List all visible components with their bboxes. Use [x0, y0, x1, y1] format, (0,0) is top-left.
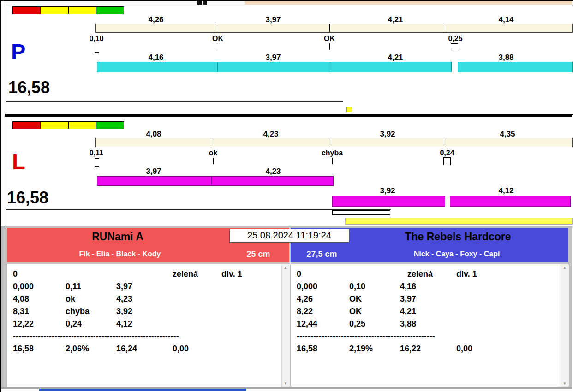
result-row: 4,26OK3,97 [297, 293, 560, 305]
team-left-name: RUNami A [18, 231, 217, 243]
gate-marker-box [95, 44, 99, 53]
start-lights-p [12, 6, 124, 14]
result-cell [456, 330, 508, 343]
result-cell: 3,88 [400, 318, 456, 330]
result-cell: 0,00 [173, 343, 224, 355]
light-red-icon [12, 6, 41, 14]
result-cell: 4,16 [400, 280, 456, 293]
result-row: ----------------------------------------… [13, 330, 281, 343]
result-row: 16,582,06%16,240,00 [13, 343, 281, 355]
result-cell: 16,58 [297, 343, 349, 355]
flyball-timer-window: 4,26 3,97 4,21 4,14 0,10 OK OK 0,25 4,16… [0, 0, 573, 392]
lane-p-total: 16,58 [8, 79, 50, 96]
result-row: 0,0000,113,97 [13, 280, 281, 293]
result-cell: div. 1 [456, 268, 477, 280]
run-split-label: 3,88 [451, 53, 561, 62]
timing-bar-segment [211, 176, 334, 186]
result-cell: 4,26 [297, 293, 349, 305]
total-underline [6, 101, 343, 102]
crossing-mark-label: 0,10 [83, 35, 110, 43]
crossing-mark-label: OK [204, 35, 232, 43]
result-cell: 0,25 [349, 318, 400, 330]
timing-bar-segment [217, 62, 331, 72]
result-cell: 3,97 [116, 280, 173, 293]
progress-outline-box [332, 210, 390, 215]
result-cell [173, 330, 224, 343]
reference-split-label: 4,14 [451, 15, 561, 24]
window-top-fragment-peach [245, 1, 572, 5]
result-cell: ok [66, 293, 116, 305]
result-cell: OK [349, 305, 400, 318]
result-row: 4,08ok4,23 [13, 293, 281, 305]
light-yellow-icon [68, 6, 96, 14]
crossing-mark-label: OK [316, 35, 343, 43]
result-cell [116, 268, 173, 280]
window-top-fragment [197, 1, 202, 5]
result-cell: 0,24 [66, 318, 116, 330]
bar-divider-line [444, 138, 444, 146]
scroll-up-icon[interactable]: ▲ [282, 266, 289, 270]
result-cell: 0,11 [66, 280, 116, 293]
results-right-scrollbar[interactable]: ▲ ▼ [561, 264, 569, 387]
timing-bar-segment [458, 62, 573, 72]
result-cell: 0,10 [349, 280, 400, 293]
result-cell: zelená [407, 268, 456, 280]
run-split-label: 3,92 [328, 186, 448, 196]
result-cell [116, 330, 173, 343]
result-cell: 0,00 [456, 343, 508, 355]
reference-split-label: 4,35 [444, 130, 571, 139]
results-left-scrollbar[interactable]: ▲ ▼ [281, 264, 290, 387]
result-row: 12,220,244,12 [13, 318, 281, 330]
result-cell [173, 280, 224, 293]
light-yellow-icon [68, 121, 96, 129]
result-cell: zelená [173, 268, 221, 280]
team-left-dogs: Fík - Elia - Black - Kody [18, 250, 221, 258]
tick-mark [213, 158, 214, 164]
result-row: 12,440,253,88 [297, 318, 560, 330]
timing-bar-segment [450, 196, 571, 207]
timing-bar-segment [330, 62, 452, 72]
scroll-up-icon[interactable]: ▲ [561, 266, 568, 270]
result-cell [173, 318, 224, 330]
result-cell: 2,06% [66, 343, 116, 355]
crossing-mark-label: 0,24 [433, 149, 461, 157]
reference-bar-l [96, 138, 573, 147]
reference-split-label: 3,97 [217, 15, 329, 24]
results-panel-right: 0zelenádiv. 10,0000,104,164,26OK3,978,22… [291, 264, 569, 387]
light-green-icon [96, 121, 124, 129]
result-cell [173, 293, 224, 305]
scroll-down-icon[interactable]: ▼ [282, 381, 289, 386]
result-cell: ----------------------------------------… [13, 330, 66, 343]
team-right-dogs: Nick - Caya - Foxy - Capi [351, 250, 563, 258]
result-cell: ----------------------------------------… [297, 330, 349, 343]
result-row: 0,0000,104,16 [297, 280, 560, 293]
crossing-mark-label: 0,11 [83, 149, 110, 157]
reference-split-label: 4,23 [211, 130, 331, 139]
run-split-label: 3,97 [217, 53, 329, 62]
result-cell [456, 318, 508, 330]
result-cell: 4,08 [13, 293, 66, 305]
bar-divider-line [445, 24, 445, 32]
result-cell: 4,23 [116, 293, 173, 305]
light-red-icon [12, 121, 41, 129]
team-left-height-class: 25 cm [233, 249, 284, 259]
result-row: 16,582,19%16,220,00 [297, 343, 560, 355]
result-cell: div. 1 [221, 268, 242, 280]
run-split-label: 4,16 [96, 53, 216, 62]
run-split-label: 4,21 [335, 53, 455, 62]
lane-l-total: 16,58 [7, 190, 48, 206]
run-split-label: 3,97 [94, 167, 214, 176]
tick-mark [217, 43, 217, 50]
scroll-down-icon[interactable]: ▼ [561, 381, 568, 386]
team-right-name: The Rebels Hardcore [351, 231, 565, 243]
result-cell [400, 268, 407, 280]
taskbar-fragment [39, 389, 246, 391]
run-split-label: 4,12 [448, 186, 564, 196]
crossing-mark-label: 0,25 [441, 35, 470, 43]
result-cell: 0,000 [297, 280, 349, 293]
result-cell: chyba [66, 305, 116, 318]
result-cell [66, 330, 116, 343]
result-cell [456, 280, 508, 293]
lane-divider [5, 114, 572, 117]
result-row: 8,31chyba3,92 [13, 305, 281, 318]
